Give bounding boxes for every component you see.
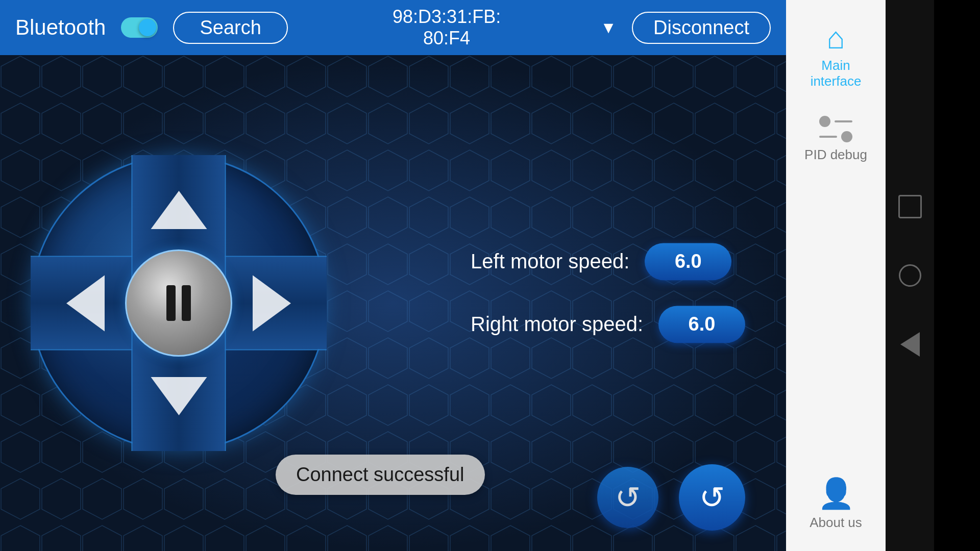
sidebar: ⌂ Maininterface PID debug 👤 About us xyxy=(786,0,886,551)
pid-row-1 xyxy=(819,116,852,127)
pause-bar-right xyxy=(182,285,191,321)
bottom-buttons: ↺ ↺ xyxy=(597,464,745,531)
down-arrow-icon xyxy=(151,377,207,415)
left-motor-value[interactable]: 6.0 xyxy=(645,243,731,280)
sidebar-item-main-interface[interactable]: ⌂ Maininterface xyxy=(786,10,886,102)
right-motor-value[interactable]: 6.0 xyxy=(658,306,745,343)
person-icon: 👤 xyxy=(818,476,854,511)
pid-debug-icon xyxy=(819,115,852,143)
about-us-label: About us xyxy=(810,515,862,531)
nav-back-icon xyxy=(900,332,920,357)
dpad-right-button[interactable] xyxy=(227,256,316,350)
nav-back-button[interactable] xyxy=(896,331,924,359)
motor-speed-panel: Left motor speed: 6.0 Right motor speed:… xyxy=(471,243,745,343)
refresh-icon: ↺ xyxy=(699,480,725,515)
search-button[interactable]: Search xyxy=(173,12,287,44)
pid-debug-label: PID debug xyxy=(804,147,867,163)
bluetooth-toggle[interactable] xyxy=(121,17,158,38)
right-motor-label: Right motor speed: xyxy=(471,313,643,336)
pid-row-2 xyxy=(819,131,852,142)
left-motor-label: Left motor speed: xyxy=(471,250,629,273)
pause-icon xyxy=(166,285,191,321)
left-motor-row: Left motor speed: 6.0 xyxy=(471,243,745,280)
chevron-down-icon[interactable]: ▼ xyxy=(600,18,617,37)
nav-square-button[interactable] xyxy=(896,193,924,221)
nav-circle-button[interactable] xyxy=(896,262,924,290)
right-motor-row: Right motor speed: 6.0 xyxy=(471,306,745,343)
nav-square-icon xyxy=(898,195,922,218)
pause-bar-left xyxy=(166,285,176,321)
dpad-down-button[interactable] xyxy=(132,352,226,441)
toast-notification: Connect successful xyxy=(276,455,485,495)
main-interface-label: Maininterface xyxy=(811,58,862,89)
right-arrow-icon xyxy=(253,275,291,331)
left-arrow-icon xyxy=(66,275,105,331)
app-area: Bluetooth Search 98:D3:31:FB:80:F4 ▼ Dis… xyxy=(0,0,786,551)
reset-button-small[interactable]: ↺ xyxy=(597,467,658,528)
up-arrow-icon xyxy=(151,191,207,229)
disconnect-button[interactable]: Disconnect xyxy=(632,12,771,44)
sidebar-item-pid-debug[interactable]: PID debug xyxy=(786,102,886,176)
pid-circle-1 xyxy=(819,116,830,127)
dpad-up-button[interactable] xyxy=(132,165,226,255)
dpad-controller xyxy=(31,155,327,451)
home-icon: ⌂ xyxy=(826,23,845,54)
refresh-icon-small: ↺ xyxy=(615,480,641,515)
nav-circle-icon xyxy=(899,264,921,287)
main-content: Left motor speed: 6.0 Right motor speed:… xyxy=(0,55,786,551)
sidebar-item-about-us[interactable]: 👤 About us xyxy=(786,463,886,551)
nav-bar xyxy=(886,0,934,551)
reset-button[interactable]: ↺ xyxy=(679,464,745,531)
dpad-pause-button[interactable] xyxy=(125,249,232,357)
dpad-left-button[interactable] xyxy=(41,256,130,350)
device-address: 98:D3:31:FB:80:F4 xyxy=(303,6,590,49)
pid-line-2 xyxy=(819,136,837,138)
pid-line-1 xyxy=(835,120,852,122)
top-bar: Bluetooth Search 98:D3:31:FB:80:F4 ▼ Dis… xyxy=(0,0,786,55)
bluetooth-label: Bluetooth xyxy=(15,15,106,40)
pid-circle-2 xyxy=(841,131,852,142)
